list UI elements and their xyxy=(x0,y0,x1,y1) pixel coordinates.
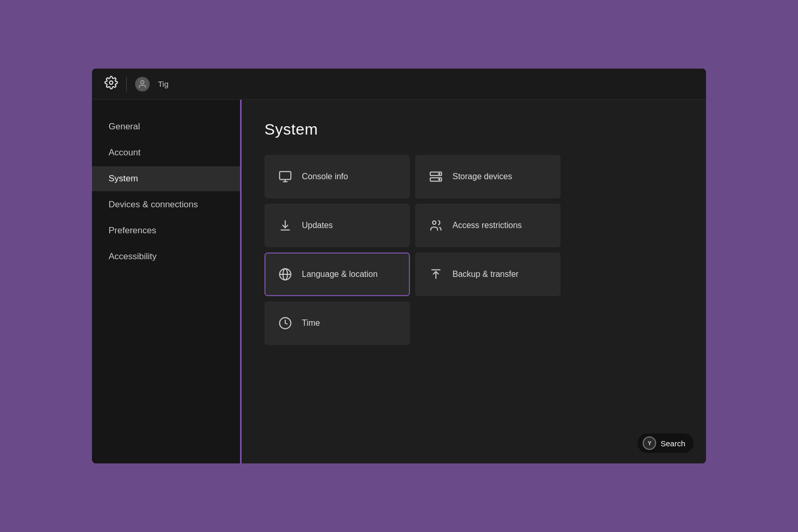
download-icon xyxy=(278,219,292,232)
tile-time[interactable]: Time xyxy=(264,301,410,345)
globe-icon xyxy=(278,268,292,281)
svg-point-0 xyxy=(110,81,113,84)
username-label: Tig xyxy=(158,79,168,88)
svg-point-6 xyxy=(438,179,440,180)
topbar-divider xyxy=(126,77,127,91)
backup-transfer-label: Backup & transfer xyxy=(453,270,518,279)
gear-icon xyxy=(104,76,118,92)
user-avatar xyxy=(135,77,150,91)
bottom-right-area: Y Search xyxy=(637,433,694,453)
tile-language-location[interactable]: Language & location xyxy=(264,252,410,296)
monitor-icon xyxy=(278,170,292,183)
storage-devices-label: Storage devices xyxy=(453,172,512,181)
language-location-label: Language & location xyxy=(302,270,378,279)
time-label: Time xyxy=(302,318,320,328)
sidebar-item-general[interactable]: General xyxy=(92,114,240,139)
svg-point-5 xyxy=(438,174,440,175)
sidebar-item-system[interactable]: System xyxy=(92,166,240,191)
upload-icon xyxy=(429,268,443,281)
sidebar-item-accessibility[interactable]: Accessibility xyxy=(92,244,240,269)
sidebar-item-preferences[interactable]: Preferences xyxy=(92,218,240,243)
sidebar-item-account[interactable]: Account xyxy=(92,140,240,165)
sidebar-item-devices[interactable]: Devices & connections xyxy=(92,192,240,217)
tile-backup-transfer[interactable]: Backup & transfer xyxy=(415,252,561,296)
tile-access-restrictions[interactable]: Access restrictions xyxy=(415,204,561,247)
storage-icon xyxy=(429,170,443,183)
y-button-icon: Y xyxy=(643,436,656,450)
tiles-grid: Console info Storage devices xyxy=(264,155,561,345)
search-button[interactable]: Y Search xyxy=(637,433,694,453)
tile-storage-devices[interactable]: Storage devices xyxy=(415,155,561,198)
top-bar: Tig xyxy=(92,69,706,100)
svg-rect-2 xyxy=(280,171,291,179)
console-window: Tig General Account System Devices & con… xyxy=(92,69,706,463)
search-label: Search xyxy=(660,439,685,448)
svg-point-7 xyxy=(433,221,436,224)
clock-icon xyxy=(278,316,292,330)
access-restrictions-label: Access restrictions xyxy=(453,221,522,230)
tile-console-info[interactable]: Console info xyxy=(264,155,410,198)
content-area: System Console info xyxy=(242,100,706,463)
people-icon xyxy=(429,219,443,232)
main-content: General Account System Devices & connect… xyxy=(92,100,706,463)
sidebar: General Account System Devices & connect… xyxy=(92,100,242,463)
console-info-label: Console info xyxy=(302,172,348,181)
page-title: System xyxy=(264,121,683,138)
updates-label: Updates xyxy=(302,221,333,230)
tile-updates[interactable]: Updates xyxy=(264,204,410,247)
svg-point-1 xyxy=(141,81,144,84)
